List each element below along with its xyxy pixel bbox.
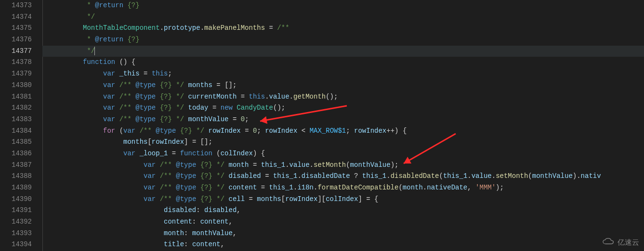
line-number: 14388 [0,171,32,182]
code-line[interactable]: var /** @type {?} */ disabled = this_1.d… [42,171,644,182]
code-line[interactable]: */ [42,12,644,23]
code-line[interactable]: months[rowIndex] = []; [42,137,644,148]
code-line[interactable]: */ [42,46,644,57]
code-line[interactable]: var /** @type {?} */ cell = months[rowIn… [42,194,644,205]
code-line[interactable]: for (var /** @type {?} */ rowIndex = 0; … [42,126,644,137]
line-number: 14376 [0,34,32,46]
code-line[interactable]: * @return {?} [42,0,644,12]
line-number: 14390 [0,194,32,205]
code-line[interactable]: title: content, [42,239,644,251]
line-number: 14385 [0,137,32,148]
line-number-gutter: 1437314374143751437614377143781437914380… [0,0,42,251]
code-line[interactable]: content: content, [42,216,644,228]
line-number: 14386 [0,148,32,160]
line-number: 14391 [0,205,32,216]
code-line[interactable]: var /** @type {?} */ content = this_1.i1… [42,182,644,194]
line-number: 14379 [0,68,32,80]
code-line[interactable]: function () { [42,57,644,68]
code-area[interactable]: * @return {?} */ MonthTableComponent.pro… [42,0,644,251]
code-line[interactable]: disabled: disabled, [42,205,644,216]
code-line[interactable]: var /** @type {?} */ today = new CandyDa… [42,102,644,114]
line-number: 14389 [0,182,32,194]
code-line[interactable]: var /** @type {?} */ currentMonth = this… [42,91,644,103]
line-number: 14393 [0,228,32,239]
code-line[interactable]: month: monthValue, [42,228,644,239]
line-number: 14387 [0,160,32,171]
line-number: 14382 [0,102,32,114]
code-editor[interactable]: 1437314374143751437614377143781437914380… [0,0,644,251]
watermark-logo-icon [602,238,615,247]
line-number: 14373 [0,0,32,12]
line-number: 14394 [0,239,32,251]
code-line[interactable]: var /** @type {?} */ months = []; [42,80,644,91]
code-line[interactable]: var /** @type {?} */ month = this_1.valu… [42,160,644,171]
text-cursor [94,47,95,55]
line-number: 14383 [0,114,32,126]
watermark: 亿速云 [602,237,639,248]
code-line[interactable]: var _this = this; [42,68,644,80]
line-number: 14377 [0,46,32,57]
code-line[interactable]: var /** @type {?} */ monthValue = 0; [42,114,644,126]
line-number: 14384 [0,126,32,137]
line-number: 14374 [0,12,32,23]
line-number: 14378 [0,57,32,68]
code-line[interactable]: var _loop_1 = function (colIndex) { [42,148,644,160]
code-line[interactable]: MonthTableComponent.prototype.makePanelM… [42,23,644,34]
code-line[interactable]: * @return {?} [42,34,644,46]
line-number: 14380 [0,80,32,91]
line-number: 14392 [0,216,32,228]
line-number: 14381 [0,91,32,103]
line-number: 14375 [0,23,32,34]
watermark-text: 亿速云 [618,237,639,248]
